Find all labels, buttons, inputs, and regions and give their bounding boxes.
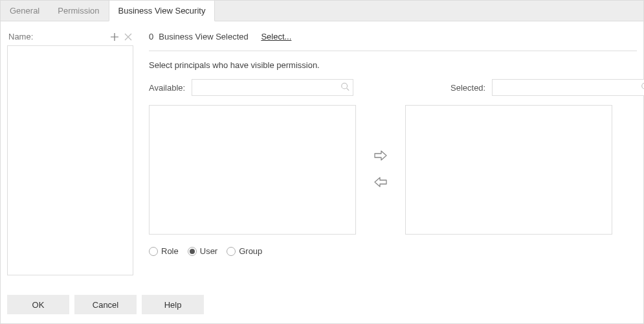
selected-label: Selected: <box>450 83 485 93</box>
left-pane-header: Name: <box>7 32 133 45</box>
radio-icon <box>149 247 158 256</box>
content-area: Name: 0 Business View Selected Select... <box>1 21 643 323</box>
bv-count: 0 <box>149 32 153 41</box>
dialog-window: General Permission Business View Securit… <box>0 0 644 324</box>
radio-group-label: Group <box>239 246 262 256</box>
help-button[interactable]: Help <box>142 295 204 314</box>
name-label: Name: <box>8 32 33 41</box>
select-business-view-link[interactable]: Select... <box>261 32 291 41</box>
instruction-text: Select principals who have visible permi… <box>149 60 637 70</box>
selected-search-input[interactable] <box>492 79 644 96</box>
cancel-button[interactable]: Cancel <box>74 295 137 314</box>
radio-user-label: User <box>200 246 217 256</box>
available-search-input[interactable] <box>192 79 353 96</box>
business-view-count-row: 0 Business View Selected Select... <box>149 32 637 51</box>
name-list[interactable] <box>7 45 133 275</box>
plus-icon[interactable] <box>110 32 119 41</box>
tab-general[interactable]: General <box>1 1 49 21</box>
radio-icon <box>227 247 236 256</box>
right-pane: 0 Business View Selected Select... Selec… <box>133 32 637 317</box>
available-label: Available: <box>149 83 185 93</box>
divider <box>149 51 637 51</box>
principal-type-radios: Role User Group <box>149 246 637 256</box>
selected-list[interactable] <box>405 105 612 235</box>
radio-group[interactable]: Group <box>227 246 262 256</box>
ok-button[interactable]: OK <box>7 295 69 314</box>
left-pane: Name: <box>7 32 133 317</box>
transfer-arrows <box>368 148 394 191</box>
picker-header-row: Available: Selected: <box>149 79 637 96</box>
radio-icon <box>188 247 197 256</box>
dual-list-row <box>149 105 637 235</box>
dialog-buttons: OK Cancel Help <box>7 295 204 314</box>
radio-role[interactable]: Role <box>149 246 179 256</box>
move-left-button[interactable] <box>372 175 389 191</box>
available-list[interactable] <box>149 105 356 235</box>
bv-count-suffix: Business View Selected <box>159 32 249 41</box>
move-right-button[interactable] <box>372 148 389 165</box>
tab-permission[interactable]: Permission <box>49 1 108 21</box>
radio-role-label: Role <box>161 246 179 256</box>
tab-bar: General Permission Business View Securit… <box>1 1 643 21</box>
radio-user[interactable]: User <box>188 246 217 256</box>
tab-business-view-security[interactable]: Business View Security <box>109 1 216 21</box>
close-icon[interactable] <box>124 33 132 41</box>
